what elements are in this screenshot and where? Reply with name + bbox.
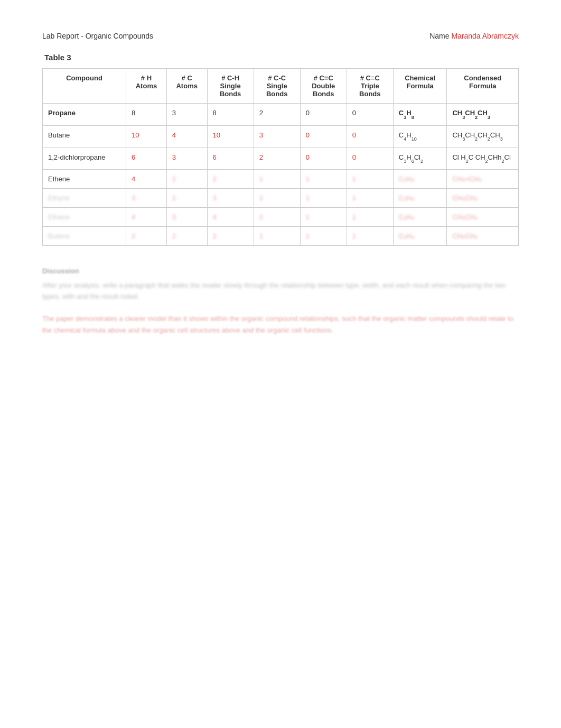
- table-cell: 3: [254, 125, 300, 148]
- table-cell: 0: [300, 125, 347, 148]
- formula-cell: C₂H₄: [393, 227, 447, 246]
- table-row: Ethane434211C₂H₄CH₂CH₂: [43, 208, 519, 227]
- formula-cell: C₂H₄: [393, 208, 447, 227]
- table-cell: 2: [166, 170, 207, 189]
- table-cell: 1: [347, 208, 393, 227]
- student-name: Maranda Abramczyk: [451, 32, 519, 40]
- compound-cell: Butene: [43, 227, 126, 246]
- name-section: Name Maranda Abramczyk: [429, 32, 519, 40]
- table-cell: 1: [254, 189, 300, 208]
- table-row: Propane838200C3H8CH3CH2CH3: [43, 104, 519, 126]
- condensed-cell: CH₂CH₂: [447, 208, 519, 227]
- table-row: Butene222111C₂H₄CH₂CH₂: [43, 227, 519, 246]
- col-condensed-formula: Condensed Formula: [447, 69, 519, 104]
- data-table: Compound # H Atoms # C Atoms # C-H Singl…: [42, 68, 519, 246]
- table-row: Ethene422111C₂H₄CH₂=CH₂: [43, 170, 519, 189]
- table-cell: 10: [126, 125, 167, 148]
- col-ch-bonds: # C-H Single Bonds: [207, 69, 254, 104]
- col-h-atoms: # H Atoms: [126, 69, 167, 104]
- col-c-atoms: # C Atoms: [166, 69, 207, 104]
- section-label: Discussion: [42, 267, 519, 275]
- table-cell: 1: [347, 189, 393, 208]
- col-cc-bonds: # C-C Single Bonds: [254, 69, 300, 104]
- col-chemical-formula: Chemical Formula: [393, 69, 447, 104]
- table-cell: 1: [254, 227, 300, 246]
- table-row: Ethyne323111C₂H₄CH₂CH₂: [43, 189, 519, 208]
- table-cell: 4: [207, 208, 254, 227]
- compound-cell: Ethyne: [43, 189, 126, 208]
- table-cell: 8: [126, 104, 167, 126]
- table-cell: 6: [207, 148, 254, 170]
- compound-cell: 1,2-dichlorpropane: [43, 148, 126, 170]
- h-atoms-cell: 4: [126, 170, 167, 189]
- table-cell: 2: [166, 227, 207, 246]
- table-cell: 3: [166, 208, 207, 227]
- compound-cell: Ethane: [43, 208, 126, 227]
- table-cell: 3: [166, 148, 207, 170]
- col-double-bonds: # C=C Double Bonds: [300, 69, 347, 104]
- table-cell: 1: [254, 170, 300, 189]
- formula-cell: C₂H₄: [393, 189, 447, 208]
- table-cell: 4: [166, 125, 207, 148]
- formula-cell: C4H10: [393, 125, 447, 148]
- table-cell: 3: [166, 104, 207, 126]
- table-cell: 1: [300, 227, 347, 246]
- table-cell: 1: [300, 208, 347, 227]
- table-cell: 3: [207, 189, 254, 208]
- compound-cell: Ethene: [43, 170, 126, 189]
- table-cell: 1: [347, 227, 393, 246]
- formula-cell: C3H8: [393, 104, 447, 126]
- table-row: Butane10410300C4H10CH3CH2CH2CH3: [43, 125, 519, 148]
- table-cell: 1: [300, 189, 347, 208]
- formula-cell: C₂H₄: [393, 170, 447, 189]
- compound-cell: Propane: [43, 104, 126, 126]
- table-cell: 2: [254, 148, 300, 170]
- table-cell: 0: [347, 148, 393, 170]
- condensed-cell: CH₂=CH₂: [447, 170, 519, 189]
- compound-cell: Butane: [43, 125, 126, 148]
- table-cell: 0: [300, 104, 347, 126]
- condensed-cell: CH3CH2CH2CH3: [447, 125, 519, 148]
- condensed-cell: CH3CH2CH3: [447, 104, 519, 126]
- blurred-paragraph-1: After your analysis, write a paragraph t…: [42, 280, 519, 302]
- table-cell: 0: [347, 125, 393, 148]
- table-cell: 1: [300, 170, 347, 189]
- condensed-cell: CH₂CH₂: [447, 189, 519, 208]
- table-header-row: Compound # H Atoms # C Atoms # C-H Singl…: [43, 69, 519, 104]
- table-cell: 2: [207, 227, 254, 246]
- table-cell: 1: [347, 170, 393, 189]
- table-cell: 0: [347, 104, 393, 126]
- condensed-cell: Cl H2C CH2CHh2Cl: [447, 148, 519, 170]
- table-cell: 2: [254, 208, 300, 227]
- table-cell: 2: [207, 170, 254, 189]
- table-cell: 0: [300, 148, 347, 170]
- table-cell: 4: [126, 208, 167, 227]
- table-cell: 8: [207, 104, 254, 126]
- col-triple-bonds: # C≡C Triple Bonds: [347, 69, 393, 104]
- col-compound: Compound: [43, 69, 126, 104]
- formula-cell: C3H6Cl2: [393, 148, 447, 170]
- report-title: Lab Report - Organic Compounds: [42, 32, 153, 40]
- table-title: Table 3: [44, 53, 519, 62]
- table-cell: 6: [126, 148, 167, 170]
- blurred-paragraph-2: The paper demonstrates a clearer model t…: [42, 313, 519, 336]
- condensed-cell: CH₂CH₂: [447, 227, 519, 246]
- table-cell: 2: [254, 104, 300, 126]
- table-cell: 3: [126, 189, 167, 208]
- page-header: Lab Report - Organic Compounds Name Mara…: [42, 32, 519, 40]
- table-cell: 2: [166, 189, 207, 208]
- table-cell: 2: [126, 227, 167, 246]
- name-label: Name: [429, 32, 449, 40]
- table-row: 1,2-dichlorpropane636200C3H6Cl2Cl H2C CH…: [43, 148, 519, 170]
- table-cell: 10: [207, 125, 254, 148]
